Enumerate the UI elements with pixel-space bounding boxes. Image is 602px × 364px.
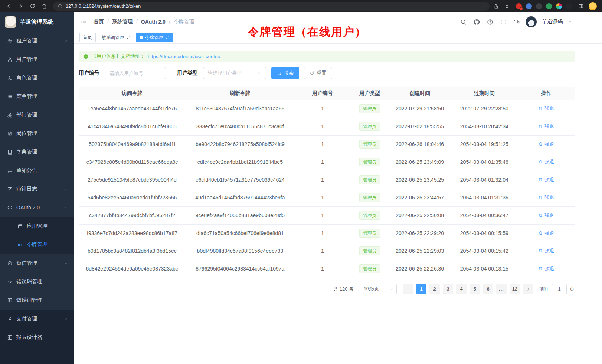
share-icon[interactable] (493, 3, 499, 9)
tab-active-dot (140, 36, 143, 39)
force-logout-button[interactable]: 强退 (538, 159, 554, 165)
sidebar-item-pay[interactable]: 支付管理 (0, 310, 74, 328)
force-logout-button[interactable]: 强退 (538, 141, 554, 148)
browser-back-icon[interactable] (6, 3, 12, 9)
sidebar-item-label: OAuth 2.0 (16, 205, 64, 211)
sidebar-item-role[interactable]: 角色管理 (0, 69, 74, 87)
force-logout-button[interactable]: 强退 (538, 194, 554, 201)
sidebar-item-audit[interactable]: 审计日志 (0, 180, 74, 198)
sidebar-item-sensitive[interactable]: 敏感词管理 (0, 291, 74, 310)
user-id-cell: 1 (295, 153, 350, 171)
sidebar-item-notice[interactable]: 通知公告 (0, 161, 74, 180)
sidebar-item-label: 菜单管理 (16, 93, 68, 100)
tab-token[interactable]: 令牌管理 (136, 33, 173, 42)
created-time-cell: 2022-06-25 22:50:08 (389, 206, 451, 224)
breadcrumb-item[interactable]: 令牌管理 (174, 19, 194, 25)
reset-button[interactable]: 重置 (304, 67, 332, 79)
github-icon[interactable] (473, 19, 480, 26)
sidebar-item-label: 部门管理 (16, 112, 68, 118)
extension-icon-pinwheel[interactable] (556, 3, 562, 9)
tab-home[interactable]: 首页 (79, 33, 96, 42)
breadcrumb-item[interactable]: OAuth 2.0 (141, 19, 174, 25)
force-logout-button[interactable]: 强退 (538, 248, 554, 254)
sidebar-item-user[interactable]: 用户管理 (0, 50, 74, 69)
user-name[interactable]: 芋道源码 (542, 19, 563, 25)
sidebar-item-dict[interactable]: 字典管理 (0, 143, 74, 161)
user-id-cell: 1 (295, 171, 350, 189)
user-type-cell: 管理员 (350, 189, 389, 206)
chevron-down-icon (64, 39, 68, 43)
chevron-down-icon[interactable] (568, 20, 572, 24)
collapse-menu-icon[interactable] (80, 19, 87, 26)
force-logout-button[interactable]: 强退 (538, 123, 554, 130)
expire-time-cell: 2054-03-04 01:32:04 (451, 171, 518, 189)
created-time-cell: 2022-06-25 23:45:25 (389, 171, 451, 189)
user-type-badge: 管理员 (359, 122, 380, 131)
column-header: 过期时间 (451, 87, 518, 100)
extension-icon-dark-globe[interactable] (536, 3, 542, 9)
sidebar-item-sms[interactable]: 短信管理 (0, 254, 74, 272)
page-button-6[interactable]: 6 (483, 284, 493, 294)
browser-profile-avatar[interactable] (589, 2, 597, 10)
page-size-select[interactable]: 10条/页 (360, 284, 397, 294)
sidebar-item-app[interactable]: 应用管理 (0, 217, 74, 235)
main: 首页系统管理OAuth 2.0令牌管理 芋道源码 首页 敏感词管理 令牌管理 (74, 12, 602, 364)
oauth-icon (7, 205, 13, 211)
browser-home-icon[interactable] (41, 3, 48, 9)
url-bar[interactable]: 127.0.0.1:1024/system/oauth2/token (53, 2, 490, 11)
page-button-12[interactable]: 12 (510, 284, 520, 294)
extension-icon-paw[interactable] (566, 3, 572, 9)
close-tab-icon[interactable] (126, 36, 130, 40)
user-type-cell: 管理员 (350, 206, 389, 224)
tenant-icon (7, 38, 13, 44)
extension-icon-green[interactable] (546, 3, 552, 9)
browser-forward-icon[interactable] (17, 3, 24, 9)
page-ellipsis[interactable]: ... (496, 284, 507, 294)
close-tab-icon[interactable] (165, 36, 169, 40)
page-button-4[interactable]: 4 (456, 284, 467, 294)
prev-page-button[interactable] (403, 284, 413, 294)
sidebar-panel-icon[interactable] (578, 3, 584, 9)
sidebar-item-dept[interactable]: 部门管理 (0, 106, 74, 124)
breadcrumb-item[interactable]: 系统管理 (112, 19, 141, 25)
breadcrumb-item[interactable]: 首页 (94, 19, 112, 25)
force-logout-button[interactable]: 强退 (538, 176, 554, 183)
user-id-cell: 1 (295, 260, 350, 278)
page-button-2[interactable]: 2 (429, 284, 440, 294)
search-button[interactable]: 搜索 (271, 67, 299, 79)
goto-page-input[interactable] (552, 284, 567, 294)
close-alert-icon[interactable] (565, 54, 569, 59)
sidebar-item-tenant[interactable]: 租户管理 (0, 32, 74, 50)
page-button-3[interactable]: 3 (443, 284, 453, 294)
next-page-button[interactable] (523, 284, 533, 294)
page-button-5[interactable]: 5 (470, 284, 480, 294)
pay-yen-icon (7, 316, 13, 322)
fullscreen-icon[interactable] (500, 19, 507, 26)
extension-icon-blue[interactable] (526, 3, 532, 9)
page-button-1[interactable]: 1 (416, 284, 426, 294)
user-avatar[interactable] (526, 16, 537, 27)
bookmark-star-icon[interactable] (504, 3, 510, 9)
force-logout-button[interactable]: 强退 (538, 105, 554, 112)
extension-icon-red[interactable] (516, 3, 522, 9)
sidebar-item-errcode[interactable]: 错误码管理 (0, 272, 74, 291)
user-id-cell: 1 (295, 118, 350, 135)
sidebar-item-token[interactable]: 令牌管理 (0, 235, 74, 254)
user-id-input[interactable] (105, 67, 166, 79)
sidebar-item-report[interactable]: 报表设计器 (0, 328, 74, 347)
alert-doc-link[interactable]: https://doc.iocoder.cn/user-center/ (148, 54, 220, 59)
expire-time-cell: 2054-03-04 00:15:42 (451, 242, 518, 260)
sidebar-item-menu[interactable]: 菜单管理 (0, 87, 74, 106)
sidebar-item-post[interactable]: 岗位管理 (0, 124, 74, 143)
font-size-icon[interactable] (513, 19, 520, 26)
user-type-select[interactable]: 请选择用户类型 (203, 67, 266, 79)
force-logout-button[interactable]: 强退 (538, 212, 554, 219)
browser-reload-icon[interactable] (29, 3, 36, 9)
question-icon[interactable] (487, 19, 494, 26)
tab-sensitive[interactable]: 敏感词管理 (98, 33, 134, 42)
sidebar-item-oauth2[interactable]: OAuth 2.0 (0, 198, 74, 217)
force-logout-button[interactable]: 强退 (538, 265, 554, 272)
sidebar-item-label: 应用管理 (27, 223, 68, 229)
force-logout-button[interactable]: 强退 (538, 230, 554, 236)
search-icon[interactable] (460, 19, 467, 26)
